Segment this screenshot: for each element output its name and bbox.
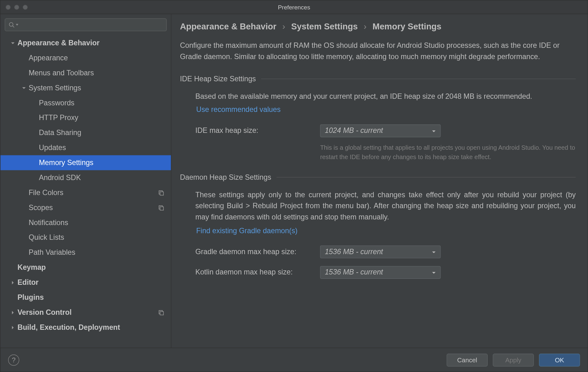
group-title: IDE Heap Size Settings bbox=[180, 75, 256, 83]
tree-item[interactable]: HTTP Proxy bbox=[0, 110, 171, 125]
tree-item-label: System Settings bbox=[29, 83, 171, 92]
tree-item[interactable]: Version Control bbox=[0, 305, 171, 320]
svg-point-0 bbox=[9, 23, 13, 26]
tree-item-label: Appearance bbox=[29, 54, 171, 62]
svg-rect-7 bbox=[160, 311, 163, 315]
titlebar: Preferences bbox=[0, 0, 588, 14]
tree-item[interactable]: Data Sharing bbox=[0, 125, 171, 140]
tree-item-label: Keymap bbox=[17, 263, 171, 272]
tree-item-label: Build, Execution, Deployment bbox=[17, 323, 171, 332]
tree-item[interactable]: Updates bbox=[0, 140, 171, 155]
ide-heap-label: IDE max heap size: bbox=[195, 127, 320, 135]
cancel-button[interactable]: Cancel bbox=[447, 354, 488, 366]
tree-item[interactable]: Memory Settings bbox=[0, 155, 171, 170]
chevron-down-icon bbox=[430, 128, 438, 135]
separator bbox=[261, 79, 576, 79]
tree-item-label: Scopes bbox=[29, 203, 156, 212]
project-scope-icon bbox=[156, 190, 167, 196]
dialog-footer: ? Cancel Apply OK bbox=[0, 348, 588, 372]
tree-item-label: Notifications bbox=[29, 218, 171, 227]
tree-item-label: Editor bbox=[17, 278, 171, 287]
breadcrumb: Appearance & Behavior › System Settings … bbox=[180, 22, 576, 32]
tree-item-label: Memory Settings bbox=[39, 158, 171, 167]
tree-item-label: Updates bbox=[39, 143, 171, 152]
chevron-right-icon: › bbox=[282, 22, 285, 32]
tree-item-label: Version Control bbox=[17, 308, 156, 317]
help-button[interactable]: ? bbox=[8, 354, 19, 365]
ide-heap-hint: This is a global setting that applies to… bbox=[320, 143, 576, 162]
kotlin-heap-combobox[interactable]: 1536 MB - current bbox=[320, 266, 441, 279]
tree-item-label: Menus and Toolbars bbox=[29, 69, 171, 77]
window-title: Preferences bbox=[0, 4, 588, 11]
svg-rect-3 bbox=[160, 192, 163, 195]
tree-item[interactable]: Quick Lists bbox=[0, 230, 171, 245]
settings-tree: Appearance & BehaviorAppearanceMenus and… bbox=[0, 35, 171, 348]
tree-item[interactable]: Keymap bbox=[0, 260, 171, 275]
ide-heap-group: IDE Heap Size Settings Based on the avai… bbox=[180, 75, 576, 162]
gradle-heap-label: Gradle daemon max heap size: bbox=[195, 247, 320, 256]
tree-item-label: Path Variables bbox=[29, 248, 171, 257]
content-pane: Appearance & Behavior › System Settings … bbox=[172, 14, 588, 348]
tree-item-label: Quick Lists bbox=[29, 233, 171, 242]
project-scope-icon bbox=[156, 309, 167, 315]
svg-rect-5 bbox=[160, 207, 163, 210]
chevron-down-icon[interactable] bbox=[19, 86, 29, 90]
ok-button[interactable]: OK bbox=[539, 354, 580, 366]
breadcrumb-segment: System Settings bbox=[291, 22, 358, 32]
tree-item-label: HTTP Proxy bbox=[39, 113, 171, 122]
tree-item-label: Passwords bbox=[39, 98, 171, 107]
separator bbox=[276, 177, 576, 177]
chevron-right-icon[interactable] bbox=[8, 325, 17, 329]
body: Appearance & BehaviorAppearanceMenus and… bbox=[0, 14, 588, 348]
preferences-window: Preferences Appearance & BehaviorAppeara… bbox=[0, 0, 588, 372]
chevron-right-icon: › bbox=[364, 22, 366, 32]
group-title: Daemon Heap Size Settings bbox=[180, 173, 271, 181]
chevron-right-icon[interactable] bbox=[8, 310, 17, 314]
tree-item[interactable]: File Colors bbox=[0, 185, 171, 200]
tree-item-label: Plugins bbox=[17, 293, 171, 302]
daemon-heap-group: Daemon Heap Size Settings These settings… bbox=[180, 173, 576, 279]
tree-item-label: Android SDK bbox=[39, 173, 171, 182]
combobox-value: 1536 MB - current bbox=[325, 268, 383, 276]
tree-item[interactable]: Android SDK bbox=[0, 170, 171, 185]
find-gradle-daemons-link[interactable]: Find existing Gradle daemon(s) bbox=[196, 226, 297, 235]
tree-item[interactable]: Scopes bbox=[0, 200, 171, 215]
chevron-right-icon[interactable] bbox=[8, 280, 17, 285]
apply-button[interactable]: Apply bbox=[493, 354, 534, 366]
breadcrumb-segment: Appearance & Behavior bbox=[180, 22, 277, 32]
tree-item-label: File Colors bbox=[29, 189, 156, 197]
tree-item[interactable]: Build, Execution, Deployment bbox=[0, 320, 171, 335]
breadcrumb-segment: Memory Settings bbox=[372, 22, 441, 32]
project-scope-icon bbox=[156, 205, 167, 211]
tree-item-label: Appearance & Behavior bbox=[17, 39, 171, 47]
daemon-text: These settings apply only to the current… bbox=[195, 189, 576, 223]
page-description: Configure the maximum amount of RAM the … bbox=[180, 40, 576, 63]
tree-item[interactable]: System Settings bbox=[0, 80, 171, 95]
chevron-down-icon bbox=[15, 23, 19, 27]
ide-recommendation-text: Based on the available memory and your c… bbox=[195, 91, 576, 102]
tree-item[interactable]: Appearance bbox=[0, 50, 171, 65]
svg-line-1 bbox=[13, 26, 14, 28]
tree-item-label: Data Sharing bbox=[39, 128, 171, 137]
tree-item[interactable]: Appearance & Behavior bbox=[0, 36, 171, 51]
kotlin-heap-label: Kotlin daemon max heap size: bbox=[195, 268, 320, 276]
chevron-down-icon[interactable] bbox=[8, 41, 17, 45]
combobox-value: 1024 MB - current bbox=[325, 127, 383, 135]
tree-item[interactable]: Editor bbox=[0, 275, 171, 290]
sidebar: Appearance & BehaviorAppearanceMenus and… bbox=[0, 14, 171, 348]
combobox-value: 1536 MB - current bbox=[325, 247, 383, 256]
tree-item[interactable]: Path Variables bbox=[0, 245, 171, 260]
tree-item[interactable]: Menus and Toolbars bbox=[0, 65, 171, 80]
tree-item[interactable]: Plugins bbox=[0, 290, 171, 305]
search-icon bbox=[8, 22, 14, 28]
chevron-down-icon bbox=[430, 248, 438, 256]
use-recommended-link[interactable]: Use recommended values bbox=[196, 106, 281, 114]
chevron-down-icon bbox=[430, 269, 438, 277]
ide-heap-combobox[interactable]: 1024 MB - current bbox=[320, 124, 441, 137]
gradle-heap-combobox[interactable]: 1536 MB - current bbox=[320, 245, 441, 258]
tree-item[interactable]: Notifications bbox=[0, 215, 171, 230]
tree-item[interactable]: Passwords bbox=[0, 95, 171, 110]
search-input[interactable] bbox=[5, 18, 167, 31]
